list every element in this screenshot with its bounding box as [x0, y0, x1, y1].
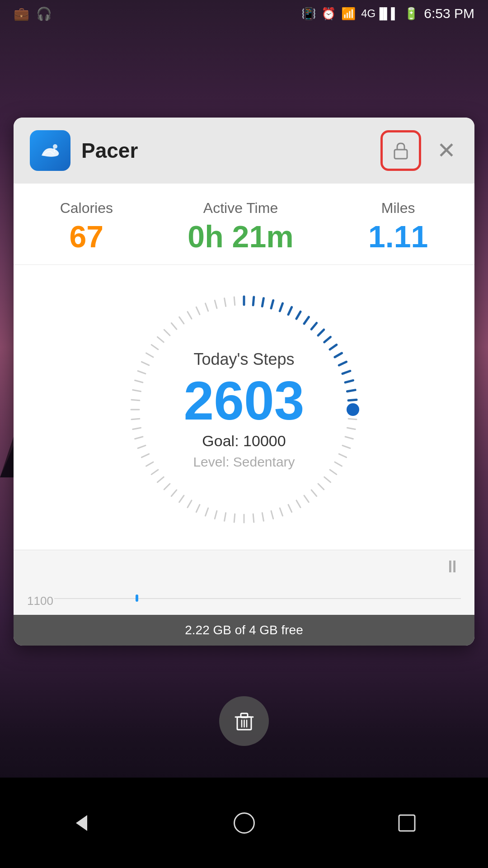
- svg-line-23: [348, 419, 357, 420]
- svg-line-21: [348, 400, 357, 401]
- svg-line-29: [330, 470, 337, 474]
- svg-line-14: [324, 337, 331, 342]
- svg-line-67: [164, 330, 170, 335]
- svg-line-6: [262, 298, 263, 307]
- storage-text: 2.22 GB of 4 GB free: [185, 623, 303, 637]
- recent-icon: [394, 811, 419, 835]
- calories-stat: Calories 67: [60, 200, 113, 252]
- svg-line-43: [215, 511, 217, 519]
- steps-label: Today's Steps: [193, 350, 294, 369]
- svg-line-26: [343, 445, 350, 448]
- svg-line-15: [330, 345, 337, 349]
- chart-section: ⏸ 1100: [14, 550, 474, 615]
- svg-rect-79: [241, 713, 248, 717]
- svg-line-9: [288, 307, 292, 314]
- svg-line-54: [138, 445, 145, 448]
- svg-line-46: [188, 500, 192, 508]
- svg-line-56: [133, 428, 141, 429]
- svg-line-17: [339, 362, 346, 365]
- app-card-wrapper: Pacer ✕ Calories 67 Active Time 0h 2: [14, 118, 474, 787]
- close-button[interactable]: ✕: [435, 137, 458, 164]
- svg-line-69: [179, 317, 184, 324]
- svg-line-75: [234, 297, 235, 305]
- pause-icon: ⏸: [444, 557, 461, 576]
- svg-line-59: [131, 400, 140, 401]
- miles-stat: Miles 1.11: [368, 200, 428, 252]
- chart-area: 1100: [27, 581, 461, 608]
- svg-line-57: [131, 419, 140, 420]
- active-time-label: Active Time: [203, 200, 278, 217]
- home-icon: [232, 811, 257, 835]
- svg-line-12: [311, 323, 317, 329]
- back-button[interactable]: [69, 811, 94, 835]
- header-actions: ✕: [380, 130, 458, 171]
- svg-line-13: [318, 330, 324, 335]
- svg-line-38: [262, 513, 263, 521]
- svg-line-37: [271, 511, 273, 519]
- battery-icon: 🔋: [404, 7, 418, 21]
- svg-line-47: [179, 495, 184, 502]
- svg-line-35: [288, 505, 292, 512]
- svg-line-16: [335, 353, 342, 357]
- active-time-stat: Active Time 0h 21m: [188, 200, 293, 252]
- home-button[interactable]: [232, 811, 257, 835]
- nav-bar: [0, 778, 488, 868]
- svg-line-65: [151, 345, 158, 349]
- svg-line-68: [171, 323, 177, 329]
- svg-line-20: [347, 390, 355, 392]
- svg-line-72: [205, 303, 208, 311]
- circle-content: Today's Steps 2603 Goal: 10000 Level: Se…: [184, 350, 305, 470]
- svg-line-48: [171, 490, 177, 496]
- svg-line-11: [304, 317, 309, 324]
- goal-text: Goal: 10000: [202, 432, 286, 450]
- svg-line-62: [138, 371, 145, 373]
- briefcase-icon: 💼: [14, 6, 29, 21]
- chart-header: ⏸: [27, 557, 461, 576]
- svg-line-53: [141, 454, 149, 458]
- app-info: Pacer: [30, 130, 138, 171]
- calories-value: 67: [70, 221, 104, 252]
- svg-line-30: [324, 477, 331, 482]
- svg-line-27: [339, 454, 346, 458]
- miles-label: Miles: [381, 200, 415, 217]
- active-time-value: 0h 21m: [188, 221, 293, 252]
- svg-line-5: [253, 297, 254, 305]
- svg-line-44: [205, 508, 208, 516]
- svg-line-63: [141, 362, 149, 365]
- svg-line-55: [135, 437, 143, 439]
- svg-line-7: [271, 301, 273, 308]
- svg-line-24: [347, 428, 355, 429]
- svg-line-73: [215, 301, 217, 308]
- vibrate-icon: 📳: [301, 7, 316, 21]
- steps-value: 2603: [184, 373, 305, 428]
- svg-line-41: [234, 514, 235, 522]
- lock-button[interactable]: [380, 130, 421, 171]
- svg-line-45: [196, 505, 200, 512]
- app-icon: [30, 130, 70, 171]
- trash-icon: [232, 709, 257, 734]
- svg-line-52: [146, 462, 153, 466]
- svg-line-36: [280, 508, 282, 516]
- recent-button[interactable]: [394, 811, 419, 835]
- svg-line-70: [188, 311, 192, 319]
- headset-icon: 🎧: [36, 6, 52, 21]
- svg-point-2: [53, 144, 57, 149]
- wifi-icon: 📶: [341, 7, 356, 21]
- svg-line-28: [335, 462, 342, 466]
- svg-line-10: [296, 311, 300, 319]
- chart-label: 1100: [27, 594, 53, 608]
- svg-line-60: [133, 390, 141, 392]
- svg-line-39: [253, 514, 254, 522]
- storage-bar: 2.22 GB of 4 GB free: [14, 615, 474, 646]
- svg-line-34: [296, 500, 300, 508]
- chart-indicator: [136, 594, 138, 602]
- level-text: Level: Sedentary: [193, 454, 295, 470]
- trash-button[interactable]: [219, 696, 269, 746]
- svg-line-51: [151, 470, 158, 474]
- card-header: Pacer ✕: [14, 118, 474, 184]
- svg-line-64: [146, 353, 153, 357]
- steps-section: Today's Steps 2603 Goal: 10000 Level: Se…: [14, 265, 474, 550]
- svg-point-84: [234, 813, 254, 833]
- svg-line-42: [225, 513, 226, 521]
- chart-line: [54, 598, 461, 599]
